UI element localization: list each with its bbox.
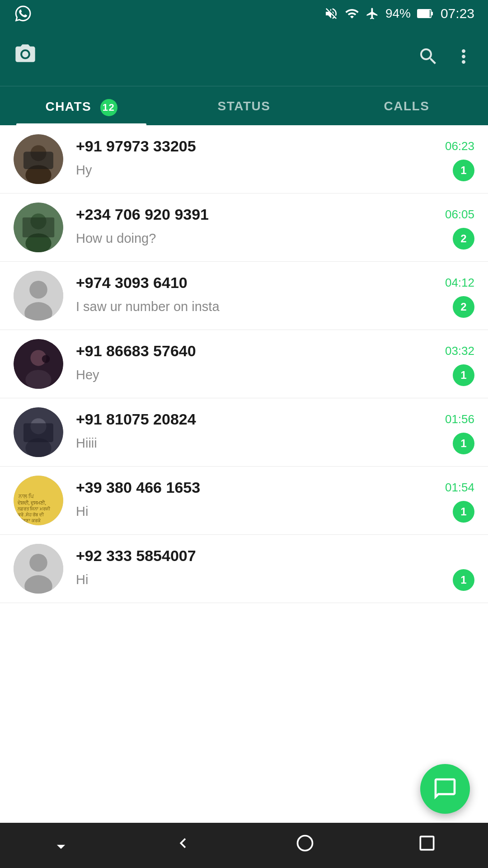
chat-name: +91 97973 33205 xyxy=(76,137,196,155)
chat-bottom: Hey 1 xyxy=(76,364,474,386)
chat-message: How u doing? xyxy=(76,231,156,246)
whatsapp-logo-icon xyxy=(14,4,33,23)
chat-content: +91 86683 57640 03:32 Hey 1 xyxy=(76,342,474,386)
chat-name: +91 81075 20824 xyxy=(76,410,196,428)
nav-recents-button[interactable] xyxy=(404,829,450,862)
chat-bottom: I saw ur number on insta 2 xyxy=(76,296,474,318)
svg-point-17 xyxy=(42,355,50,363)
nav-home-button[interactable] xyxy=(282,829,328,862)
chat-bottom: Hi 1 xyxy=(76,569,474,591)
chat-time: 01:56 xyxy=(445,412,474,426)
header-left xyxy=(14,42,37,71)
svg-text:ਨਫ਼ਰਤ ਜਿਨਾ ਮਰਜੀ: ਨਫ਼ਰਤ ਜਿਨਾ ਮਰਜੀ xyxy=(17,506,51,511)
chat-time: 03:32 xyxy=(445,344,474,358)
navigation-bar xyxy=(0,823,488,868)
svg-rect-10 xyxy=(23,217,54,237)
chat-top: +234 706 920 9391 06:05 xyxy=(76,206,474,223)
chat-item[interactable]: +92 333 5854007 Hi 1 xyxy=(0,535,488,603)
chat-content: +974 3093 6410 04:12 I saw ur number on … xyxy=(76,274,474,318)
chat-content: +91 81075 20824 01:56 Hiiii 1 xyxy=(76,410,474,454)
chat-content: +234 706 920 9391 06:05 How u doing? 2 xyxy=(76,206,474,250)
svg-text:ਦੇਸ਼ਦੀ, ਦੁਸਮਣੀ,: ਦੇਸ਼ਦੀ, ਦੁਸਮਣੀ, xyxy=(17,500,47,505)
search-icon[interactable] xyxy=(418,46,439,67)
nav-down-button[interactable] xyxy=(38,829,84,862)
svg-rect-21 xyxy=(23,423,53,442)
tab-chats-badge: 12 xyxy=(100,99,117,116)
svg-text:ਨਾਲ ਪਿ: ਨਾਲ ਪਿ xyxy=(18,493,34,500)
chat-message: I saw ur number on insta xyxy=(76,299,220,314)
svg-point-31 xyxy=(298,836,313,851)
tab-calls[interactable]: CALLS xyxy=(325,86,488,125)
chat-top: +91 81075 20824 01:56 xyxy=(76,410,474,428)
avatar xyxy=(14,134,63,184)
chat-message: Hiiii xyxy=(76,436,97,451)
chat-item[interactable]: +91 81075 20824 01:56 Hiiii 1 xyxy=(0,398,488,467)
svg-rect-6 xyxy=(23,152,53,170)
svg-rect-2 xyxy=(431,12,433,15)
tabs-bar: CHATS 12 STATUS CALLS xyxy=(0,86,488,125)
svg-rect-32 xyxy=(420,836,433,849)
tab-status[interactable]: STATUS xyxy=(163,86,325,125)
chat-bottom: Hiiii 1 xyxy=(76,433,474,454)
svg-text:ਕਰੋ .ਸੇਹ ਰੱਬ ਦੀ: ਕਰੋ .ਸੇਹ ਰੱਬ ਦੀ xyxy=(17,512,44,517)
chat-item[interactable]: ਨਾਲ ਪਿ ਦੇਸ਼ਦੀ, ਦੁਸਮਣੀ, ਨਫ਼ਰਤ ਜਿਨਾ ਮਰਜੀ ਕ… xyxy=(0,467,488,535)
chat-top: +39 380 466 1653 01:54 xyxy=(76,479,474,496)
chat-item[interactable]: +974 3093 6410 04:12 I saw ur number on … xyxy=(0,262,488,330)
svg-text:ਦੁੱਗਣਾ ਕਰਕੇ: ਦੁੱਗਣਾ ਕਰਕੇ xyxy=(19,518,40,523)
battery-icon xyxy=(417,8,434,19)
chat-top: +91 86683 57640 03:32 xyxy=(76,342,474,360)
svg-point-29 xyxy=(29,554,47,572)
header-actions xyxy=(418,46,474,67)
avatar: ਨਾਲ ਪਿ ਦੇਸ਼ਦੀ, ਦੁਸਮਣੀ, ਨਫ਼ਰਤ ਜਿਨਾ ਮਰਜੀ ਕ… xyxy=(14,476,63,525)
chat-content: +39 380 466 1653 01:54 Hi 1 xyxy=(76,479,474,523)
avatar xyxy=(14,407,63,457)
chat-item[interactable]: +234 706 920 9391 06:05 How u doing? 2 xyxy=(0,193,488,262)
chat-name: +39 380 466 1653 xyxy=(76,479,200,496)
unread-badge: 1 xyxy=(453,160,474,181)
mute-icon xyxy=(324,6,338,21)
chat-item[interactable]: +91 97973 33205 06:23 Hy 1 xyxy=(0,125,488,193)
wifi-icon xyxy=(345,6,359,21)
svg-point-12 xyxy=(29,281,47,299)
status-bar-right: 94% 07:23 xyxy=(324,6,474,21)
chat-top: +91 97973 33205 06:23 xyxy=(76,137,474,155)
chat-top: +974 3093 6410 04:12 xyxy=(76,274,474,292)
unread-badge: 1 xyxy=(453,364,474,386)
chat-bottom: How u doing? 2 xyxy=(76,228,474,250)
nav-back-button[interactable] xyxy=(160,829,206,862)
tab-chats[interactable]: CHATS 12 xyxy=(0,86,163,125)
status-time: 07:23 xyxy=(441,6,474,21)
svg-rect-1 xyxy=(418,10,430,17)
chat-bottom: Hy 1 xyxy=(76,160,474,181)
chat-message: Hy xyxy=(76,163,92,178)
chat-time: 04:12 xyxy=(445,276,474,290)
chat-item[interactable]: +91 86683 57640 03:32 Hey 1 xyxy=(0,330,488,398)
chat-bottom: Hi 1 xyxy=(76,501,474,523)
avatar xyxy=(14,203,63,252)
tab-chats-label: CHATS xyxy=(45,99,91,113)
app-header xyxy=(0,27,488,86)
chat-message: Hi xyxy=(76,504,88,519)
unread-badge: 2 xyxy=(453,228,474,250)
chat-content: +92 333 5854007 Hi 1 xyxy=(76,547,474,591)
chat-list: +91 97973 33205 06:23 Hy 1 +234 706 920 … xyxy=(0,125,488,868)
camera-button[interactable] xyxy=(14,42,37,71)
new-chat-fab[interactable] xyxy=(420,764,470,814)
chat-name: +92 333 5854007 xyxy=(76,547,196,565)
more-options-icon[interactable] xyxy=(453,46,474,67)
chat-time: 01:54 xyxy=(445,481,474,495)
status-bar-left xyxy=(14,4,33,23)
chat-name: +91 86683 57640 xyxy=(76,342,196,360)
airplane-icon xyxy=(366,7,379,20)
chat-message: Hey xyxy=(76,368,99,382)
chat-message: Hi xyxy=(76,572,88,587)
chat-name: +234 706 920 9391 xyxy=(76,206,209,223)
chat-time: 06:23 xyxy=(445,139,474,153)
avatar xyxy=(14,339,63,389)
avatar xyxy=(14,544,63,594)
chat-name: +974 3093 6410 xyxy=(76,274,188,292)
tab-calls-label: CALLS xyxy=(384,99,430,113)
unread-badge: 2 xyxy=(453,296,474,318)
avatar xyxy=(14,271,63,321)
chat-time: 06:05 xyxy=(445,208,474,222)
